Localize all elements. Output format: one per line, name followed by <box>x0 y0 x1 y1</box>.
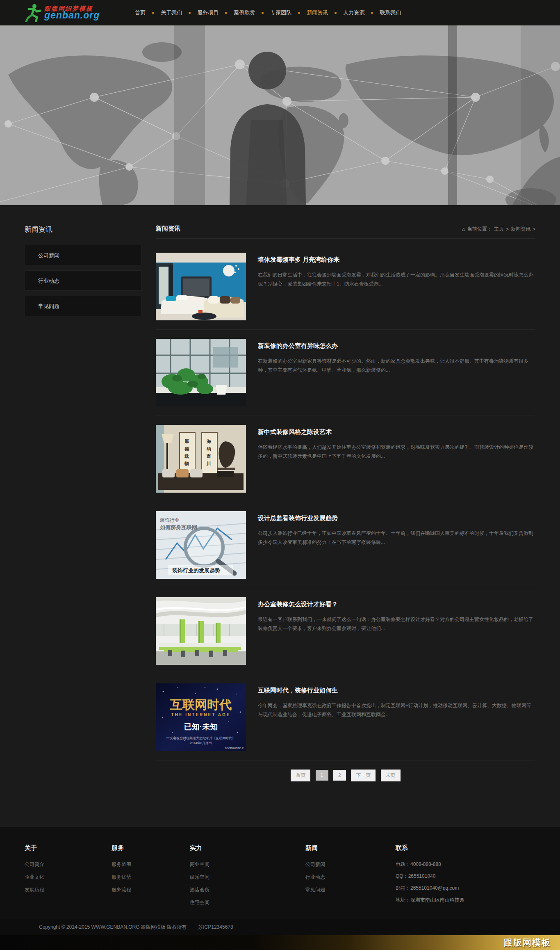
svg-text:纳: 纳 <box>206 446 211 451</box>
sidebar-item-company-news[interactable]: 公司新闻 <box>25 245 141 265</box>
pagination-next[interactable]: 下一页 <box>351 770 376 781</box>
contact-address: 地址：深圳市南山区南山科技园 <box>396 897 535 904</box>
news-body: 设计总监看装饰行业发展趋势 公司步入装饰行业已经十年，正如中国改革春风巨变的十年… <box>258 511 535 579</box>
news-thumbnail-bedroom[interactable] <box>156 253 246 320</box>
pagination-first[interactable]: 首页 <box>291 770 310 781</box>
footer-link-faq[interactable]: 常见问题 <box>305 886 396 893</box>
watermark-bar: 跟版网模板 <box>0 935 560 950</box>
news-list-section: 新闻资讯 ⌂ 当前位置： 主页 > 新闻资讯 > <box>156 225 535 781</box>
footer-column-title: 关于 <box>25 844 112 852</box>
page-title: 新闻资讯 <box>156 225 180 233</box>
nav-item-experts[interactable]: 专家团队 <box>270 7 291 19</box>
news-description: 在我们的日常生活中，往往会遇到墙面受潮发霉，对我们的生活造成了一定的影响。那么当… <box>258 270 535 288</box>
news-description: 公司步入装饰行业已经十年，正如中国改革春风巨变的十年。十年前，我们在唏嘘国人审美… <box>258 529 535 547</box>
nav-item-contact[interactable]: 联系我们 <box>380 7 401 19</box>
svg-text:装饰行业的发展趋势: 装饰行业的发展趋势 <box>172 567 221 573</box>
news-body: 新装修的办公室有异味怎么办 在新装修的办公室里新家具等饰材是必不可少的。然而，新… <box>258 339 535 406</box>
news-thumbnail-green-office[interactable] <box>156 597 246 665</box>
svg-text:百: 百 <box>206 454 211 459</box>
contact-phone: 电话：4008-888-888 <box>396 861 535 868</box>
logo-text: 跟版网织梦模板 genban.org <box>44 5 100 20</box>
logo-domain: genban.org <box>44 11 100 20</box>
footer-link-commercial-space[interactable]: 商业空间 <box>190 861 305 868</box>
nav-item-services[interactable]: 服务项目 <box>197 7 219 19</box>
news-description: 伴随着经济水平的提高，人们越发开始注重办公室装修和软装的追求，对品味及软实力层次… <box>258 443 535 461</box>
pagination-page-2[interactable]: 2 <box>333 770 346 781</box>
nav-separator-dot <box>298 12 300 14</box>
footer-column-contact: 联系 电话：4008-888-888 QQ：2655101040 邮箱：2655… <box>396 844 535 912</box>
news-item: 装饰行业 如何跻身互联网 装饰行业的发展趋势 设计总监看装饰行业发展趋势 公司步… <box>156 511 535 588</box>
breadcrumb-home-link[interactable]: 主页 <box>494 226 504 233</box>
news-title[interactable]: 设计总监看装饰行业发展趋势 <box>258 514 535 522</box>
nav-separator-dot <box>335 12 337 14</box>
nav-separator-dot <box>262 12 264 14</box>
sidebar-item-faq[interactable]: 常见问题 <box>25 296 141 316</box>
news-thumbnail-trend-chart[interactable]: 装饰行业 如何跻身互联网 装饰行业的发展趋势 <box>156 511 246 579</box>
news-body: 互联网时代，装修行业如何生 今年两会，国家总理李克强在政府工作报告中首次提出，制… <box>258 683 535 751</box>
nav-separator-dot <box>225 12 227 14</box>
sidebar-item-industry-news[interactable]: 行业动态 <box>25 270 141 291</box>
watermark-text: 跟版网模板 <box>504 937 551 948</box>
nav-item-news[interactable]: 新闻资讯 <box>307 7 328 19</box>
running-man-icon <box>25 3 42 22</box>
news-title[interactable]: 墙体发霉烦事多 月亮湾给你来 <box>258 256 535 264</box>
svg-text:装饰行业: 装饰行业 <box>160 517 180 523</box>
site-footer: 关于 公司简介 企业文化 发展历程 服务 服务范围 服务优势 服务流程 实力 商… <box>0 827 560 919</box>
footer-column-strength: 实力 商业空间 娱乐空间 酒店会所 住宅空间 <box>190 844 305 912</box>
footer-link-company-news[interactable]: 公司新闻 <box>305 861 396 868</box>
contact-email: 邮箱：2655101040@qq.com <box>396 885 535 892</box>
news-title[interactable]: 新装修的办公室有异味怎么办 <box>258 342 535 350</box>
footer-link-hotel-club[interactable]: 酒店会所 <box>190 886 305 893</box>
footer-link-history[interactable]: 发展历程 <box>25 886 112 893</box>
breadcrumb-separator: > <box>533 226 535 232</box>
footer-link-entertainment-space[interactable]: 娱乐空间 <box>190 874 305 881</box>
svg-text:onehourlife.c: onehourlife.c <box>225 746 244 750</box>
footer-link-culture[interactable]: 企业文化 <box>25 874 112 881</box>
footer-link-industry-news[interactable]: 行业动态 <box>305 874 396 881</box>
footer-column-title: 服务 <box>112 844 190 852</box>
news-title[interactable]: 办公室装修怎么设计才好看？ <box>258 601 535 608</box>
svg-text:德: 德 <box>184 446 189 451</box>
nav-item-hr[interactable]: 人力资源 <box>343 7 364 19</box>
breadcrumb-separator: > <box>506 226 509 232</box>
news-thumbnail-internet-age[interactable]: 互联网时代 THE INTERNET AGE 已知·未知 中央电视台财经频道大型… <box>156 683 246 751</box>
svg-text:载: 载 <box>184 454 189 459</box>
pagination-last[interactable]: 末页 <box>381 770 401 781</box>
site-header: 跟版网织梦模板 genban.org 首页 关于我们 服务项目 案例欣赏 专家团… <box>0 0 560 25</box>
nav-item-about[interactable]: 关于我们 <box>161 7 182 19</box>
footer-column-service: 服务 服务范围 服务优势 服务流程 <box>112 844 190 912</box>
news-sidebar: 新闻资讯 公司新闻 行业动态 常见问题 <box>25 225 141 781</box>
svg-text:THE INTERNET AGE: THE INTERNET AGE <box>171 712 231 717</box>
nav-item-cases[interactable]: 案例欣赏 <box>234 7 255 19</box>
news-description: 今年两会，国家总理李克强在政府工作报告中首次提出，制定互联网+行动计划，推动移动… <box>258 701 535 719</box>
footer-link-service-advantage[interactable]: 服务优势 <box>112 874 190 881</box>
page-content: 新闻资讯 公司新闻 行业动态 常见问题 新闻资讯 ⌂ 当前位置： 主页 > 新闻… <box>0 205 560 827</box>
site-logo[interactable]: 跟版网织梦模板 genban.org <box>25 3 100 22</box>
svg-text:已知·未知: 已知·未知 <box>184 722 218 731</box>
svg-text:2014年8月播出: 2014年8月播出 <box>190 741 212 745</box>
news-item: 互联网时代 THE INTERNET AGE 已知·未知 中央电视台财经频道大型… <box>156 683 535 760</box>
nav-separator-dot <box>189 12 191 14</box>
svg-text:川: 川 <box>206 461 211 466</box>
news-thumbnail-chinese-room[interactable]: 厚德载物 海纳百川 <box>156 425 246 493</box>
main-nav: 首页 关于我们 服务项目 案例欣赏 专家团队 新闻资讯 人力资源 联系我们 <box>128 7 407 19</box>
footer-link-company-profile[interactable]: 公司简介 <box>25 861 112 868</box>
svg-text:互联网时代: 互联网时代 <box>170 698 232 711</box>
breadcrumb-label: 当前位置： <box>467 226 492 233</box>
sidebar-title: 新闻资讯 <box>25 225 141 234</box>
footer-link-residential-space[interactable]: 住宅空间 <box>190 899 305 906</box>
news-thumbnail-plants[interactable] <box>156 339 246 406</box>
news-title[interactable]: 新中式装修风格之陈设艺术 <box>258 428 535 436</box>
pagination-page-1[interactable]: 1 <box>316 770 328 781</box>
nav-item-home[interactable]: 首页 <box>135 7 146 19</box>
breadcrumb-current-link[interactable]: 新闻资讯 <box>511 226 530 233</box>
footer-link-service-scope[interactable]: 服务范围 <box>112 861 190 868</box>
nav-separator-dot <box>152 12 154 14</box>
icp-number: 苏ICP12345678 <box>198 924 233 931</box>
svg-text:厚: 厚 <box>184 439 189 444</box>
footer-link-service-process[interactable]: 服务流程 <box>112 886 190 893</box>
footer-column-news: 新闻 公司新闻 行业动态 常见问题 <box>305 844 396 912</box>
contact-qq: QQ：2655101040 <box>396 873 535 880</box>
news-item: 新装修的办公室有异味怎么办 在新装修的办公室里新家具等饰材是必不可少的。然而，新… <box>156 339 535 416</box>
news-title[interactable]: 互联网时代，装修行业如何生 <box>258 687 535 694</box>
